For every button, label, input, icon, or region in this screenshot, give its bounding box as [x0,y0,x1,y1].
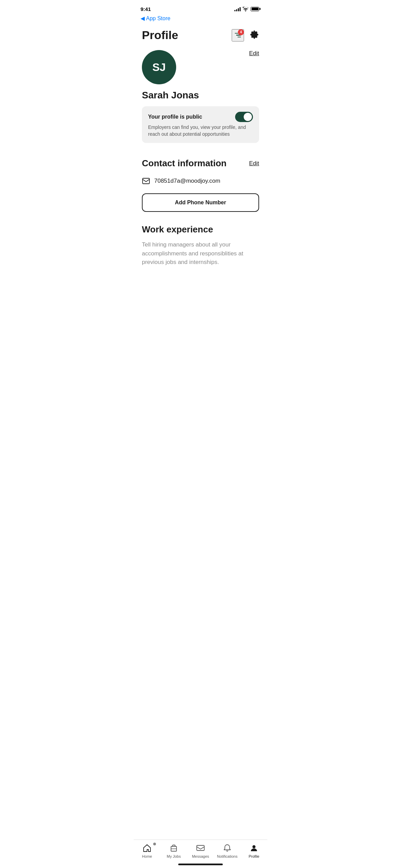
battery-icon [251,7,260,11]
signal-icon [234,7,241,11]
public-label: Your profile is public [148,114,202,120]
settings-button[interactable] [250,30,259,40]
public-card-header: Your profile is public [148,112,253,122]
user-name: Sarah Jonas [142,90,259,101]
profile-edit-button[interactable]: Edit [249,50,259,57]
public-description: Employers can find you, view your profil… [148,124,253,137]
avatar: SJ [142,50,176,84]
app-store-back[interactable]: ◀ App Store [134,15,267,24]
back-label: App Store [146,15,170,22]
email-row: 70851d7a@moodjoy.com [142,176,259,186]
header-actions: 4 [232,29,259,41]
svg-rect-0 [143,178,149,184]
page-header: Profile 4 [134,24,267,47]
notification-badge: 4 [238,29,244,35]
contact-section-header: Contact information Edit [142,158,259,169]
status-time: 9:41 [141,6,151,12]
work-experience-section: Work experience Tell hiring managers abo… [134,215,267,274]
contact-edit-button[interactable]: Edit [249,160,259,167]
status-bar: 9:41 [134,0,267,15]
work-experience-description: Tell hiring managers about all your acco… [142,240,259,267]
gear-icon [250,30,259,39]
email-icon [142,177,150,185]
contact-section-title: Contact information [142,158,227,169]
profile-section: Edit SJ Sarah Jonas Your profile is publ… [134,47,267,148]
public-profile-card: Your profile is public Employers can fin… [142,106,259,143]
back-arrow-icon: ◀ [141,15,145,22]
page-title: Profile [142,28,178,42]
wifi-icon [243,7,248,11]
public-profile-toggle[interactable] [235,112,253,122]
contact-section: Contact information Edit 70851d7a@moodjo… [134,148,267,215]
work-experience-title: Work experience [142,224,259,235]
notifications-list-button[interactable]: 4 [232,29,244,41]
status-icons [234,7,260,11]
email-address: 70851d7a@moodjoy.com [154,178,220,184]
add-phone-button[interactable]: Add Phone Number [142,193,259,212]
toggle-knob [244,113,252,121]
